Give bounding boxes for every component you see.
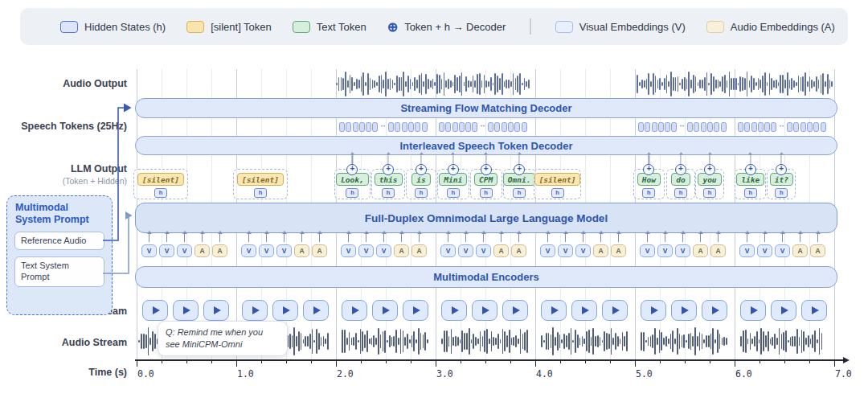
llm-token-cell: +doh [666, 169, 695, 199]
hidden-state-box: h [480, 188, 493, 198]
visual-embedding-box: V [276, 244, 292, 257]
up-arrow-icon [448, 234, 448, 242]
speech-token-box [353, 122, 358, 132]
visual-embedding-box: V [775, 244, 790, 257]
visual-embedding-box: V [575, 244, 591, 257]
time-tick-label: 7.0 [835, 368, 852, 380]
visual-embedding-box: V [259, 244, 274, 257]
label-audio-stream: Audio Stream [62, 337, 127, 348]
play-icon [751, 306, 758, 314]
audio-embedding-box: A [493, 244, 509, 257]
plus-decoder-icon: ⊕ [387, 21, 398, 33]
embedding-column: V [675, 234, 690, 257]
label-llm-output-sub: (Token + Hidden) [63, 176, 127, 186]
token-to-decoder-arrow-icon [485, 155, 486, 164]
hidden-state-box: h [674, 188, 687, 198]
legend-item-label: Token + h → Decoder [404, 21, 506, 33]
question-line-1: Q: Remind me when you [166, 326, 280, 339]
up-arrow-icon [348, 234, 349, 242]
hidden-state-box: h [775, 188, 788, 198]
visual-embedding-box: V [141, 244, 157, 257]
audio-output-wave-segment [336, 71, 530, 97]
embedding-column: V [558, 234, 573, 257]
time-axis-arrowhead-icon [843, 357, 850, 363]
up-arrow-icon [718, 234, 719, 242]
plus-decoder-icon: + [448, 164, 459, 175]
time-tick-label: 3.0 [436, 368, 453, 380]
legend-item-label: Visual Embeddings (V) [579, 21, 686, 33]
video-frame [142, 300, 168, 321]
play-icon [612, 306, 620, 314]
up-arrow-icon [565, 234, 566, 242]
plus-decoder-icon: + [776, 164, 787, 175]
up-arrow-icon [248, 234, 249, 242]
hidden-state-box: h [703, 188, 716, 198]
llm-token-cell: [silent]h [534, 169, 580, 199]
time-tick-label: 5.0 [636, 368, 653, 380]
video-frame [342, 300, 367, 321]
time-tick [236, 360, 237, 367]
speech-token-box [793, 122, 799, 132]
speech-token-box [821, 122, 826, 132]
hidden-state-box: h [513, 188, 526, 198]
time-tick [436, 360, 436, 367]
hidden-state-box: h [254, 188, 267, 198]
audio-embedding-box: A [294, 244, 309, 257]
embedding-column: V [757, 234, 772, 257]
speech-token-group: ·· [638, 121, 727, 132]
hidden-state-box: h [382, 188, 395, 198]
legend-bar: Hidden States (h)[silent] TokenText Toke… [20, 8, 848, 45]
bar-label: Interleaved Speech Token Decoder [399, 140, 572, 152]
speech-token-box [395, 122, 400, 132]
hidden-state-box: h [415, 188, 428, 198]
audio-embedding-box: A [810, 244, 825, 257]
visual-embedding-box: V [440, 244, 456, 257]
llm-token-cell: +Howh [633, 169, 665, 199]
embedding-column: A [312, 234, 327, 257]
up-arrow-icon [383, 234, 384, 242]
up-arrow-icon [301, 234, 302, 242]
audio-embedding-box: A [693, 244, 708, 257]
embedding-group: VVVAA [141, 234, 227, 257]
plus-decoder-icon: + [383, 164, 394, 175]
time-tick [834, 360, 835, 367]
audio-stream-wave-segment [342, 326, 428, 356]
time-tick [560, 360, 561, 363]
video-frame [441, 300, 467, 321]
plus-decoder-icon: + [675, 164, 686, 175]
legend-item-plus: ⊕Token + h → Decoder [387, 21, 506, 33]
embedding-column: V [476, 234, 491, 257]
speech-token-box [687, 122, 693, 132]
up-arrow-icon [266, 234, 267, 242]
reference-audio-box: Reference Audio [14, 232, 104, 251]
embedding-column: A [493, 234, 509, 257]
play-icon [283, 306, 290, 314]
time-tick-label: 4.0 [536, 368, 553, 380]
silent-token: [silent] [534, 173, 581, 186]
speech-token-box [800, 122, 806, 132]
embedding-column: V [159, 234, 174, 257]
speech-token-box [671, 122, 677, 132]
legend-item-silent: [silent] Token [186, 21, 272, 33]
audio-stream-wave-segment [641, 326, 727, 356]
up-arrow-icon [647, 234, 648, 242]
time-tick [660, 360, 661, 363]
time-axis-line [135, 359, 844, 361]
token-to-decoder-arrow-icon [649, 155, 649, 164]
time-tick-label: 2.0 [337, 368, 354, 380]
up-arrow-icon [800, 234, 800, 242]
token-to-decoder-arrow-icon [680, 155, 681, 164]
time-tick [286, 360, 287, 363]
speech-token-box [445, 122, 451, 132]
question-line-2: see MiniCPM-Omni [166, 339, 280, 351]
audio-embedding-box: A [511, 244, 526, 257]
play-icon [513, 306, 520, 314]
audio-embedding-box: A [312, 244, 327, 257]
time-tick [710, 360, 710, 363]
speech-token-box [652, 122, 657, 132]
visual-swatch-icon [555, 21, 573, 33]
visual-embedding-box: V [558, 244, 573, 257]
time-tick [411, 360, 411, 363]
visual-embedding-box: V [341, 244, 356, 257]
token-to-decoder-arrow-icon [709, 155, 710, 164]
